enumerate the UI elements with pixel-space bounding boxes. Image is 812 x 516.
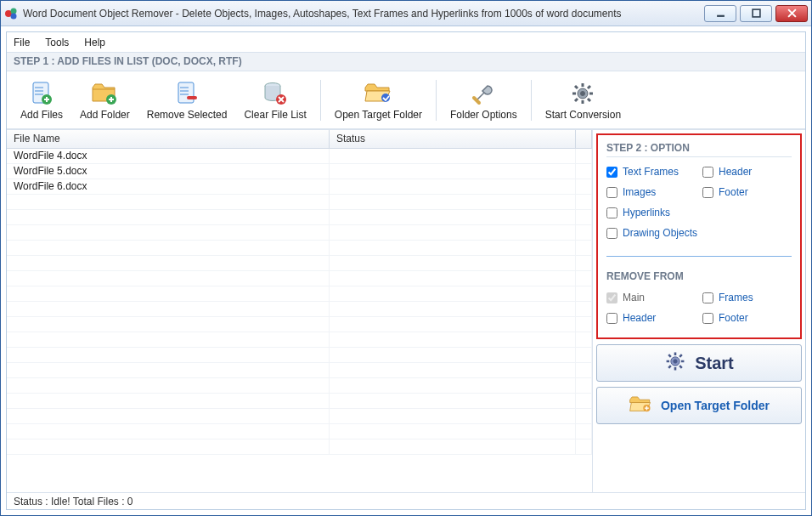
- column-status[interactable]: Status: [330, 130, 576, 148]
- checkbox-rf-main: [606, 292, 617, 303]
- table-row: [7, 271, 592, 286]
- close-button[interactable]: [775, 5, 808, 22]
- step2-header: STEP 2 : OPTION: [606, 142, 792, 157]
- open-target-folder-label: Open Target Folder: [335, 109, 422, 121]
- remove-from-grid: Main Frames Header Footer: [606, 292, 792, 324]
- table-row: [7, 439, 592, 455]
- option-footer[interactable]: Footer: [702, 186, 792, 198]
- checkbox-hyperlinks[interactable]: [606, 207, 617, 218]
- cell-file-name: [7, 302, 330, 316]
- checkbox-rf-frames[interactable]: [702, 292, 713, 303]
- svg-rect-3: [717, 15, 725, 17]
- cell-status: [330, 332, 576, 347]
- svg-rect-4: [753, 9, 760, 17]
- table-row[interactable]: WordFile 4.docx: [7, 149, 592, 164]
- app-icon: [4, 7, 18, 20]
- add-files-button[interactable]: Add Files: [14, 77, 70, 124]
- cell-status: [330, 363, 576, 377]
- column-spacer: [576, 130, 592, 148]
- options-grid: Text Frames Header Images Footer Hyperli…: [606, 166, 792, 239]
- remove-selected-label: Remove Selected: [147, 109, 228, 121]
- file-area: File Name Status WordFile 4.docxWordFile…: [7, 130, 593, 492]
- checkbox-footer[interactable]: [702, 187, 713, 198]
- remove-selected-button[interactable]: Remove Selected: [140, 77, 234, 124]
- database-clear-icon: [262, 80, 288, 107]
- cell-file-name: [7, 225, 330, 240]
- table-row: [7, 256, 592, 271]
- cell-status: [330, 348, 576, 362]
- checkbox-drawing-objects[interactable]: [606, 228, 617, 239]
- svg-point-1: [11, 8, 17, 14]
- table-row[interactable]: WordFile 5.docx: [7, 164, 592, 179]
- open-target-folder-button[interactable]: Open Target Folder: [328, 77, 429, 124]
- checkbox-header[interactable]: [702, 167, 713, 178]
- cell-status: [330, 424, 576, 439]
- table-row: [7, 409, 592, 424]
- cell-status: [330, 271, 576, 286]
- toolbar: Add Files Add Folder Remove Selected Cle…: [7, 71, 805, 129]
- minimize-button[interactable]: [704, 5, 736, 22]
- cell-file-name: [7, 394, 330, 408]
- maximize-button[interactable]: [740, 5, 772, 22]
- cell-status: [330, 149, 576, 163]
- cell-file-name: [7, 424, 330, 439]
- option-header[interactable]: Header: [702, 166, 792, 178]
- cell-file-name: [7, 332, 330, 347]
- cell-file-name: [7, 409, 330, 423]
- file-add-icon: [30, 80, 54, 107]
- option-hyperlinks[interactable]: Hyperlinks: [606, 207, 792, 218]
- table-row: [7, 394, 592, 409]
- table-row: [7, 424, 592, 439]
- table-row: [7, 302, 592, 317]
- table-row: [7, 348, 592, 363]
- cell-status: [330, 256, 576, 270]
- start-button[interactable]: Start: [596, 344, 802, 382]
- clear-file-list-button[interactable]: Clear File List: [237, 77, 313, 124]
- file-remove-icon: [175, 80, 199, 107]
- options-box: STEP 2 : OPTION Text Frames Header Image…: [596, 133, 802, 339]
- cell-status: [330, 378, 576, 393]
- cell-file-name: [7, 439, 330, 454]
- checkbox-rf-footer[interactable]: [702, 313, 713, 324]
- remove-from-footer[interactable]: Footer: [702, 312, 792, 324]
- remove-from-frames[interactable]: Frames: [702, 292, 792, 303]
- cell-status: [330, 439, 576, 454]
- remove-from-header[interactable]: Header: [606, 312, 696, 324]
- table-row[interactable]: WordFile 6.docx: [7, 179, 592, 195]
- start-conversion-button[interactable]: Start Conversion: [539, 77, 628, 124]
- checkbox-rf-header[interactable]: [606, 313, 617, 324]
- checkbox-images[interactable]: [606, 187, 617, 198]
- option-images[interactable]: Images: [606, 186, 696, 198]
- open-target-folder-side-button[interactable]: Open Target Folder: [596, 387, 802, 424]
- cell-file-name: WordFile 6.docx: [7, 179, 330, 194]
- option-drawing-objects[interactable]: Drawing Objects: [606, 227, 792, 239]
- cell-file-name: [7, 363, 330, 377]
- toolbar-separator: [320, 80, 321, 121]
- cell-file-name: WordFile 4.docx: [7, 149, 330, 163]
- table-row: [7, 286, 592, 302]
- side-panel: STEP 2 : OPTION Text Frames Header Image…: [593, 130, 805, 492]
- svg-rect-8: [178, 82, 194, 103]
- menu-file[interactable]: File: [14, 37, 30, 48]
- option-text-frames[interactable]: Text Frames: [606, 166, 696, 178]
- menu-tools[interactable]: Tools: [45, 37, 69, 48]
- folder-options-label: Folder Options: [450, 109, 517, 121]
- checkbox-text-frames[interactable]: [606, 167, 617, 178]
- wrench-icon: [471, 80, 496, 107]
- folder-options-button[interactable]: Folder Options: [443, 77, 524, 124]
- cell-file-name: [7, 271, 330, 286]
- cell-file-name: [7, 317, 330, 332]
- file-list[interactable]: WordFile 4.docxWordFile 5.docxWordFile 6…: [7, 149, 592, 492]
- add-folder-label: Add Folder: [80, 109, 130, 121]
- column-file-name[interactable]: File Name: [7, 130, 330, 148]
- menu-help[interactable]: Help: [84, 37, 105, 48]
- step1-header: STEP 1 : ADD FILES IN LIST (DOC, DOCX, R…: [7, 53, 805, 71]
- start-button-label: Start: [695, 354, 734, 373]
- cell-file-name: [7, 348, 330, 362]
- clear-file-list-label: Clear File List: [244, 109, 306, 121]
- remove-from-main[interactable]: Main: [606, 292, 696, 303]
- cell-status: [330, 302, 576, 316]
- window-controls: [704, 5, 808, 22]
- add-folder-button[interactable]: Add Folder: [73, 77, 137, 124]
- table-row: [7, 210, 592, 225]
